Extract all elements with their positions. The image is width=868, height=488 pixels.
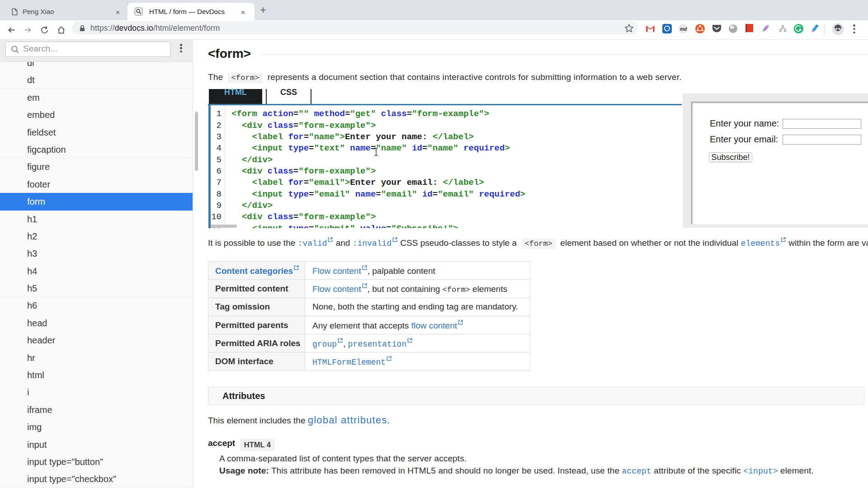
svg-text:md: md [680,27,687,32]
